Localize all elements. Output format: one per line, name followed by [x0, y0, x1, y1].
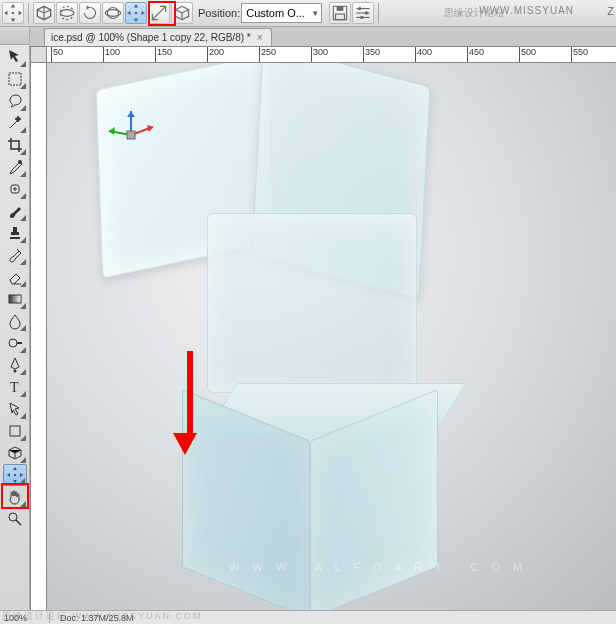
- save-icon[interactable]: [329, 2, 351, 24]
- status-bar: 思缘设计论坛 WWW.MISSYUAN.COM 100% Doc: 1.37M/…: [0, 610, 616, 624]
- orbit-3d-icon[interactable]: [102, 2, 124, 24]
- svg-point-12: [360, 16, 363, 19]
- separator: [28, 3, 29, 23]
- svg-rect-17: [9, 295, 21, 303]
- position-select[interactable]: Custom O...: [241, 3, 322, 23]
- document-tab-bar: ice.psd @ 100% (Shape 1 copy 22, RGB/8) …: [30, 27, 616, 46]
- lasso-tool-icon[interactable]: [3, 90, 27, 112]
- shape-tool-icon[interactable]: [3, 420, 27, 442]
- svg-point-11: [365, 11, 368, 14]
- position-label: Position:: [198, 7, 240, 19]
- ruler-vertical[interactable]: [30, 63, 47, 610]
- path-select-tool-icon[interactable]: [3, 398, 27, 420]
- blur-tool-icon[interactable]: [3, 310, 27, 332]
- gradient-tool-icon[interactable]: [3, 288, 27, 310]
- chinese-watermark: 思缘设计论坛: [444, 6, 504, 20]
- ruler-tick-label: 500: [521, 47, 536, 57]
- annotation-red-arrow-down: [182, 351, 197, 455]
- dodge-tool-icon[interactable]: [3, 332, 27, 354]
- tool-list: T: [0, 45, 29, 530]
- brush-tool-icon[interactable]: [3, 200, 27, 222]
- ruler-tick-label: 150: [157, 47, 172, 57]
- svg-rect-29: [127, 131, 135, 139]
- marquee-tool-icon[interactable]: [3, 68, 27, 90]
- svg-point-22: [9, 513, 17, 521]
- ruler-tick-label: 550: [573, 47, 588, 57]
- drag-3d-icon[interactable]: [2, 2, 24, 24]
- move-tool-icon[interactable]: [3, 46, 27, 68]
- svg-rect-6: [335, 14, 344, 20]
- svg-rect-5: [337, 6, 344, 10]
- svg-point-18: [9, 339, 17, 347]
- 3d-object-tool-icon[interactable]: [3, 442, 27, 464]
- ice-face-mid: [207, 213, 417, 393]
- separator-2: [378, 3, 379, 23]
- roll-3d-icon[interactable]: [79, 2, 101, 24]
- svg-rect-16: [10, 237, 20, 239]
- close-icon[interactable]: ×: [255, 32, 265, 43]
- svg-point-0: [60, 10, 73, 17]
- pen-tool-icon[interactable]: [3, 354, 27, 376]
- cube-home-icon[interactable]: [33, 2, 55, 24]
- hand-tool-icon[interactable]: [3, 486, 27, 508]
- pan-3d-icon[interactable]: [125, 2, 147, 24]
- history-brush-tool-icon[interactable]: [3, 244, 27, 266]
- healing-tool-icon[interactable]: [3, 178, 27, 200]
- svg-point-14: [18, 160, 22, 164]
- svg-rect-21: [10, 426, 20, 436]
- wand-tool-icon[interactable]: [3, 112, 27, 134]
- 3d-camera-pan-tool-icon[interactable]: [3, 464, 27, 486]
- ruler-tick-label: 300: [313, 47, 328, 57]
- position-value: Custom O...: [246, 7, 305, 19]
- svg-marker-26: [109, 127, 115, 135]
- svg-point-19: [13, 370, 16, 373]
- document-tab[interactable]: ice.psd @ 100% (Shape 1 copy 22, RGB/8) …: [44, 28, 272, 46]
- 3d-axis-gizmo[interactable]: [103, 105, 163, 155]
- zoom-tool-icon[interactable]: [3, 508, 27, 530]
- svg-text:T: T: [10, 380, 19, 395]
- rotate-3d-icon[interactable]: [56, 2, 78, 24]
- cube-wire-icon[interactable]: [171, 2, 193, 24]
- svg-point-10: [358, 7, 361, 10]
- right-cutoff: Z: [607, 5, 614, 17]
- options-bar: Position: Custom O... WWW.MISSYUAN 思缘设计论…: [0, 0, 616, 27]
- crop-tool-icon[interactable]: [3, 134, 27, 156]
- svg-marker-28: [127, 111, 135, 117]
- status-watermark: 思缘设计论坛 WWW.MISSYUAN.COM: [2, 610, 203, 623]
- ruler-tick-label: 100: [105, 47, 120, 57]
- ruler-horizontal[interactable]: 50100150200250300350400450500550: [47, 46, 616, 63]
- eyedropper-tool-icon[interactable]: [3, 156, 27, 178]
- ruler-tick-label: 450: [469, 47, 484, 57]
- scale-3d-icon[interactable]: [148, 2, 170, 24]
- ruler-tick-label: 50: [53, 47, 63, 57]
- tools-panel-grip[interactable]: [0, 27, 29, 45]
- eraser-tool-icon[interactable]: [3, 266, 27, 288]
- ruler-tick-label: 400: [417, 47, 432, 57]
- ruler-tick-label: 250: [261, 47, 276, 57]
- options-icon[interactable]: [352, 2, 374, 24]
- type-tool-icon[interactable]: T: [3, 376, 27, 398]
- ruler-tick-label: 350: [365, 47, 380, 57]
- ruler-origin[interactable]: [30, 46, 47, 63]
- canvas-watermark: W W W . A L F O A R T . C O M: [229, 561, 527, 573]
- stamp-tool-icon[interactable]: [3, 222, 27, 244]
- document-canvas[interactable]: W W W . A L F O A R T . C O M: [47, 63, 616, 610]
- ruler-tick-label: 200: [209, 47, 224, 57]
- svg-point-1: [60, 6, 73, 19]
- document-tab-title: ice.psd @ 100% (Shape 1 copy 22, RGB/8) …: [51, 32, 251, 43]
- tools-panel: T: [0, 27, 30, 610]
